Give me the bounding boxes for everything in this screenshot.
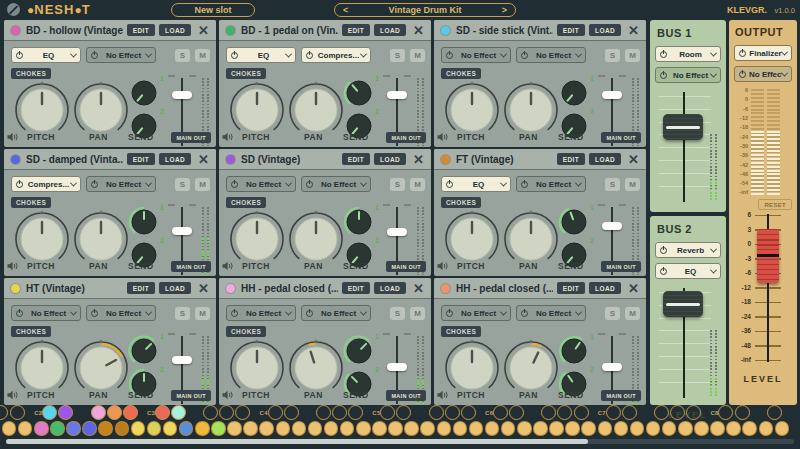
load-button[interactable]: LOAD (159, 282, 191, 294)
reset-button[interactable]: RESET (758, 199, 792, 210)
slider-handle[interactable] (172, 356, 192, 364)
pan-knob[interactable] (502, 81, 560, 139)
edit-button[interactable]: EDIT (557, 24, 585, 36)
close-icon[interactable]: ✕ (413, 282, 424, 295)
output-level-fader[interactable]: 630-3-6-12-18-24-36-48-inf (734, 212, 792, 364)
preset-prev-arrow-icon[interactable]: < (343, 4, 348, 16)
bus1-effect1-dropdown[interactable]: Room (655, 46, 721, 62)
slider-handle[interactable] (387, 228, 407, 236)
send1-knob[interactable] (128, 335, 160, 367)
white-key-pad[interactable] (340, 421, 355, 436)
black-key-pad[interactable] (557, 405, 572, 420)
black-key-pad[interactable] (686, 405, 701, 420)
black-key-pad[interactable] (509, 405, 524, 420)
black-key-pad[interactable] (171, 405, 186, 420)
pitch-knob[interactable] (13, 339, 71, 397)
mute-button[interactable]: M (410, 49, 425, 62)
edit-button[interactable]: EDIT (127, 24, 155, 36)
chokes-button[interactable]: CHOKES (11, 68, 51, 79)
black-key-pad[interactable] (235, 405, 250, 420)
effect2-dropdown[interactable]: No Effect (516, 305, 586, 321)
pitch-knob[interactable] (443, 81, 501, 139)
white-key-pad[interactable] (388, 421, 403, 436)
solo-button[interactable]: S (175, 307, 190, 320)
white-key-pad[interactable] (18, 421, 33, 436)
power-icon[interactable] (521, 52, 528, 59)
power-icon[interactable] (521, 181, 528, 188)
black-key-pad[interactable] (348, 405, 363, 420)
send1-knob[interactable] (343, 77, 375, 109)
pan-knob[interactable] (72, 339, 130, 397)
black-key-pad[interactable] (654, 405, 669, 420)
black-key-pad[interactable] (461, 405, 476, 420)
load-button[interactable]: LOAD (159, 24, 191, 36)
effect2-dropdown[interactable]: No Effect (86, 305, 156, 321)
white-key-pad[interactable] (501, 421, 516, 436)
pitch-knob[interactable] (228, 339, 286, 397)
edit-button[interactable]: EDIT (127, 282, 155, 294)
white-key-pad[interactable] (115, 421, 130, 436)
white-key-pad[interactable] (308, 421, 323, 436)
white-key-pad[interactable] (549, 421, 564, 436)
main-out-button[interactable]: MAIN OUT (386, 390, 426, 401)
main-out-button[interactable]: MAIN OUT (386, 261, 426, 272)
white-key-pad[interactable] (131, 421, 146, 436)
effect2-dropdown[interactable]: No Effect (301, 305, 371, 321)
pan-knob[interactable] (502, 210, 560, 268)
white-key-pad[interactable] (678, 421, 693, 436)
black-key-pad[interactable] (0, 405, 8, 420)
pitch-knob[interactable] (443, 339, 501, 397)
white-key-pad[interactable] (372, 421, 387, 436)
black-key-pad[interactable] (268, 405, 283, 420)
pan-knob[interactable] (287, 81, 345, 139)
main-out-button[interactable]: MAIN OUT (171, 132, 211, 143)
output-effect1-dropdown[interactable]: Finalizer (734, 45, 792, 61)
power-icon[interactable] (16, 310, 23, 317)
white-key-pad[interactable] (646, 421, 661, 436)
black-key-pad[interactable] (541, 405, 556, 420)
output-fader-handle[interactable] (757, 229, 779, 283)
black-key-pad[interactable] (396, 405, 411, 420)
effect2-dropdown[interactable]: No Effect (516, 176, 586, 192)
effect1-dropdown[interactable]: Compres... (11, 176, 81, 192)
power-icon[interactable] (739, 50, 746, 57)
effect2-dropdown[interactable]: Compres... (301, 47, 371, 63)
solo-button[interactable]: S (605, 178, 620, 191)
slider-handle[interactable] (172, 91, 192, 99)
white-key-pad[interactable] (147, 421, 162, 436)
load-button[interactable]: LOAD (589, 282, 621, 294)
pan-knob[interactable] (72, 210, 130, 268)
load-button[interactable]: LOAD (374, 282, 406, 294)
white-key-pad[interactable] (404, 421, 419, 436)
edit-button[interactable]: EDIT (127, 153, 155, 165)
white-key-pad[interactable] (179, 421, 194, 436)
send1-knob[interactable] (343, 206, 375, 238)
white-key-pad[interactable] (598, 421, 613, 436)
edit-button[interactable]: EDIT (557, 153, 585, 165)
pitch-knob[interactable] (228, 210, 286, 268)
black-key-pad[interactable] (445, 405, 460, 420)
send1-knob[interactable] (558, 335, 590, 367)
effect2-dropdown[interactable]: No Effect (516, 47, 586, 63)
white-key-pad[interactable] (775, 421, 790, 436)
pan-knob[interactable] (502, 339, 560, 397)
main-out-button[interactable]: MAIN OUT (601, 132, 641, 143)
edit-button[interactable]: EDIT (342, 24, 370, 36)
white-key-pad[interactable] (469, 421, 484, 436)
black-key-pad[interactable] (493, 405, 508, 420)
power-icon[interactable] (446, 52, 453, 59)
mute-button[interactable]: M (410, 307, 425, 320)
new-slot-button[interactable]: New slot (171, 3, 255, 17)
main-out-button[interactable]: MAIN OUT (171, 390, 211, 401)
white-key-pad[interactable] (66, 421, 81, 436)
black-key-pad[interactable] (670, 405, 685, 420)
mute-button[interactable]: M (625, 49, 640, 62)
chokes-button[interactable]: CHOKES (11, 197, 51, 208)
solo-button[interactable]: S (390, 49, 405, 62)
effect1-dropdown[interactable]: No Effect (226, 305, 296, 321)
edit-button[interactable]: EDIT (342, 153, 370, 165)
white-key-pad[interactable] (581, 421, 596, 436)
black-key-pad[interactable] (42, 405, 57, 420)
slider-handle[interactable] (387, 91, 407, 99)
white-key-pad[interactable] (662, 421, 677, 436)
